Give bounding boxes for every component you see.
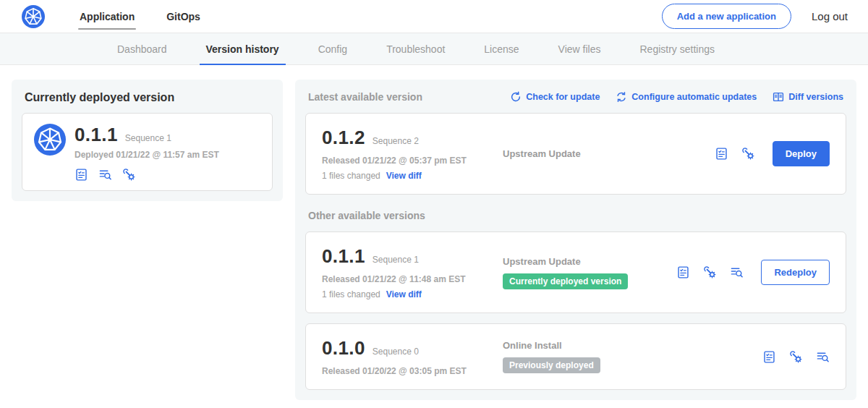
deploy-logs-icon[interactable] <box>98 168 112 182</box>
app-subnav: Dashboard Version history Config Trouble… <box>0 33 868 65</box>
version-number: 0.1.0 <box>322 337 365 360</box>
view-diff-link[interactable]: View diff <box>386 171 422 181</box>
released-timestamp: Released 01/21/22 @ 05:37 pm EST <box>322 156 503 166</box>
subnav-label: Version history <box>206 43 279 55</box>
top-nav: Application GitOps Add a new application… <box>0 0 868 33</box>
subnav-item-registry-settings[interactable]: Registry settings <box>620 33 733 64</box>
subnav-item-view-files[interactable]: View files <box>539 33 621 64</box>
subnav-item-config[interactable]: Config <box>299 33 367 64</box>
other-versions-title: Other available versions <box>305 195 846 231</box>
subnav-label: Dashboard <box>117 43 167 55</box>
version-history-panel: Latest available version Check for updat… <box>295 80 856 400</box>
currently-deployed-panel: Currently deployed version <box>12 80 283 201</box>
deployed-sequence-label: Sequence 1 <box>125 133 171 143</box>
app-icon <box>34 124 66 156</box>
edit-config-icon[interactable] <box>703 265 717 279</box>
subnav-label: License <box>484 43 519 55</box>
auto-update-icon <box>616 91 627 103</box>
view-diff-link[interactable]: View diff <box>386 289 422 299</box>
release-notes-icon[interactable] <box>715 147 728 161</box>
version-source: Upstream Update <box>503 256 676 267</box>
version-number: 0.1.1 <box>322 245 365 268</box>
files-changed-label: 1 files changed <box>322 171 380 181</box>
redeploy-button[interactable]: Redeploy <box>761 260 830 285</box>
deployed-version-number: 0.1.1 <box>75 124 118 146</box>
configure-automatic-updates-label: Configure automatic updates <box>631 92 757 102</box>
subnav-label: View files <box>558 43 601 55</box>
deployed-timestamp: Deployed 01/21/22 @ 11:57 am EST <box>75 150 219 160</box>
subnav-item-version-history[interactable]: Version history <box>187 33 299 64</box>
subnav-label: Config <box>318 43 347 55</box>
release-notes-icon[interactable] <box>75 168 88 182</box>
deploy-logs-icon[interactable] <box>816 350 830 364</box>
tab-application-label: Application <box>80 11 135 22</box>
main-content: Currently deployed version <box>0 65 868 408</box>
latest-available-title: Latest available version <box>308 91 422 103</box>
currently-deployed-badge: Currently deployed version <box>503 273 628 289</box>
released-timestamp: Released 01/21/22 @ 11:48 am EST <box>322 274 503 284</box>
version-card: 0.1.1 Sequence 1 Released 01/21/22 @ 11:… <box>305 231 846 313</box>
configure-automatic-updates-link[interactable]: Configure automatic updates <box>616 91 757 103</box>
version-source: Online Install <box>503 340 762 351</box>
sequence-label: Sequence 2 <box>373 136 419 146</box>
logout-button[interactable]: Log out <box>812 10 848 22</box>
tab-gitops-label: GitOps <box>166 11 200 22</box>
version-card: 0.1.0 Sequence 0 Released 01/20/22 @ 03:… <box>305 323 846 390</box>
version-card-latest: 0.1.2 Sequence 2 Released 01/21/22 @ 05:… <box>305 113 846 195</box>
subnav-label: Registry settings <box>639 43 714 55</box>
version-source: Upstream Update <box>503 148 715 159</box>
tab-application[interactable]: Application <box>69 0 145 33</box>
edit-config-icon[interactable] <box>122 168 136 182</box>
diff-versions-icon <box>773 91 784 103</box>
deploy-logs-icon[interactable] <box>730 265 744 279</box>
subnav-label: Troubleshoot <box>386 43 445 55</box>
diff-versions-link[interactable]: Diff versions <box>773 91 843 103</box>
edit-config-icon[interactable] <box>789 350 803 364</box>
diff-versions-label: Diff versions <box>788 92 843 102</box>
tab-gitops[interactable]: GitOps <box>156 0 210 33</box>
edit-config-icon[interactable] <box>741 147 755 161</box>
version-number: 0.1.2 <box>322 127 365 149</box>
sequence-label: Sequence 1 <box>373 255 419 265</box>
sequence-label: Sequence 0 <box>373 347 419 357</box>
kubernetes-logo <box>22 5 45 28</box>
deploy-button[interactable]: Deploy <box>773 141 830 166</box>
deployed-version-info: 0.1.1 Sequence 1 Deployed 01/21/22 @ 11:… <box>75 124 219 182</box>
topbar-right: Add a new application Log out <box>662 4 848 29</box>
release-notes-icon[interactable] <box>676 265 690 279</box>
add-application-button[interactable]: Add a new application <box>662 4 791 29</box>
version-actions: Check for update Configure automatic upd… <box>510 91 843 103</box>
top-tabs: Application GitOps <box>69 0 222 33</box>
previously-deployed-badge: Previously deployed <box>503 357 600 373</box>
released-timestamp: Released 01/20/22 @ 03:05 pm EST <box>322 366 503 376</box>
subnav-item-license[interactable]: License <box>464 33 538 64</box>
check-for-update-label: Check for update <box>526 92 600 102</box>
check-for-update-link[interactable]: Check for update <box>510 91 600 103</box>
subnav-item-dashboard[interactable]: Dashboard <box>98 33 187 64</box>
deployed-version-card: 0.1.1 Sequence 1 Deployed 01/21/22 @ 11:… <box>22 113 273 191</box>
deployed-panel-title: Currently deployed version <box>22 90 273 113</box>
release-notes-icon[interactable] <box>762 350 776 364</box>
subnav-item-troubleshoot[interactable]: Troubleshoot <box>367 33 464 64</box>
files-changed-label: 1 files changed <box>322 289 380 299</box>
refresh-icon <box>510 91 522 103</box>
